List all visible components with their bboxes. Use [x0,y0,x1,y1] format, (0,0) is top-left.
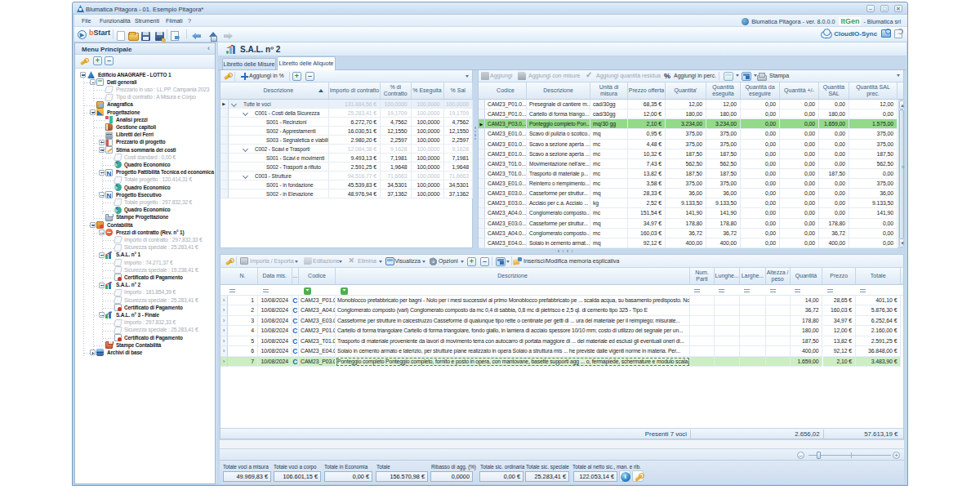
quantita-row[interactable]: CAM23_A04.0...Conglomerato composto...mc… [479,208,903,218]
column-header-n-[interactable]: N. [228,268,258,284]
quantita-row[interactable]: CAM23_T01.0...Trasporto di materiale p..… [479,169,903,179]
quantita-row[interactable]: CAM23_E01.0...Scavo di pulizia o scotico… [479,129,903,139]
aliquote-row[interactable]: S001 - in fondazione45.539,83 €34,530110… [220,180,472,189]
tree-collapse-icon[interactable] [80,72,86,78]
dropdown-icon[interactable] [379,261,382,263]
column-header-codice[interactable]: Codice [299,268,336,284]
toolbar-button[interactable] [155,29,166,39]
vertical-scrollbar[interactable]: ▲▼ [898,100,905,248]
tools-orange-icon[interactable] [632,470,644,482]
wrench-icon[interactable] [225,257,234,266]
aliquote-row[interactable]: S002 - Trasporti a rifiuto2.591,25 €1,96… [220,163,472,172]
column-header-quantit-[interactable]: Quantitàeseguita [706,82,741,99]
dropdown-icon[interactable] [422,261,425,263]
toolbar-button[interactable] [128,29,139,39]
grid-collapse-all-button[interactable]: – [480,257,489,266]
aliquote-row[interactable]: ▶Tutte le voci131.884,56 €100,0000100,00… [220,100,472,109]
aliquote-row[interactable]: C001 - Costi della Sicurezza25.283,41 €1… [220,109,472,118]
menu-item-[interactable]: ? [188,18,191,24]
aliquote-row[interactable]: C002 - Scavi e Trasporti12.084,38 €9,162… [220,145,472,154]
panel-splitter[interactable] [474,125,478,146]
maximize-button[interactable]: □ [880,5,889,12]
misure-row[interactable]: ›510/08/2024CCAM23_T01.0Trasporto di mat… [220,336,903,346]
id-card-icon[interactable] [881,29,891,38]
save-as-icon[interactable] [155,32,164,41]
scroll-down-icon[interactable]: ▼ [899,238,904,247]
minimize-button[interactable]: – [866,5,875,12]
close-button[interactable]: ✕ [894,5,902,12]
filter-equals-icon[interactable] [229,287,236,294]
misure-row[interactable]: ›610/08/2024CCAM23_E04.0Solaio in cement… [220,346,903,356]
aliquote-row[interactable]: S001 - Scavi e movimenti9.493,13 €7,1981… [220,154,472,163]
quantita-row[interactable]: CAM23_E03.0...Casseforme per struttur...… [479,189,903,198]
percent-icon[interactable]: % [664,72,672,80]
filter-equals-icon[interactable] [827,287,834,294]
quantita-row[interactable]: CAM23_A04.0...Conglomerato composto...mc… [479,229,903,238]
inserisci-modifica-memoria-esplicativa-icon[interactable] [513,257,522,265]
dropdown-icon[interactable] [339,261,342,263]
quantita-row[interactable]: CAM23_E01.0...Scavo a sezione aperta ...… [479,149,903,159]
toolbar-button[interactable] [192,29,203,39]
misure-row[interactable]: ›210/08/2024CCAM23_A04.0Conglomerato com… [220,305,903,315]
horizontal-splitter[interactable] [556,250,574,253]
scroll-up-icon[interactable]: ▲ [899,100,904,109]
tab-libretto-delle-misure[interactable]: Libretto delle Misure [222,58,276,70]
misure-row[interactable]: ›110/08/2024CCAM23_P01.0Monoblocco prefa… [220,296,903,305]
quantita-row[interactable]: CAM23_P01.0...Presegnale di cantiere m..… [479,100,903,109]
columns-dropdown-icon[interactable] [754,74,757,77]
wrench-icon[interactable] [223,72,232,81]
opzioni-icon[interactable] [429,257,438,266]
toolbar-button[interactable] [171,29,181,39]
back-icon[interactable] [192,32,203,41]
filter-equals-icon[interactable] [860,287,866,294]
misure-row[interactable]: ›310/08/2024CCAM23_E03.0Casseforme per s… [220,316,903,326]
quantita-row[interactable]: CAM23_T01.0...Movimentazione nell'are...… [479,159,903,169]
column-header-quantit-[interactable]: QuantitàSAL [819,82,849,99]
filter-equals-icon[interactable] [719,287,725,294]
quantita-row[interactable]: CAM23_E04.0...Solaio in cemento armat...… [479,238,903,248]
save-icon[interactable] [141,32,150,41]
menu-item-funzionalit[interactable]: Funzionalità [100,18,131,24]
toolbar-overflow-icon[interactable] [897,74,900,77]
filter-funnel-icon[interactable] [341,287,348,295]
column-header-quantit-[interactable]: Quantità [791,268,823,284]
menu-item-file[interactable]: File [82,18,91,24]
columns-button-icon[interactable] [496,257,506,266]
add-plus-icon[interactable] [241,73,248,80]
column-header-descrizione[interactable]: Descrizione [229,82,330,99]
visualizza-icon[interactable] [385,257,394,265]
column-header--[interactable]: ... [292,268,300,284]
filter-equals-icon[interactable] [770,287,777,294]
zoom-in-button[interactable]: + [893,452,900,459]
grid-collapse-all-button[interactable]: – [305,72,314,81]
columns-button-icon[interactable] [742,72,751,81]
wrench-icon[interactable] [79,57,88,66]
menu-item-strumenti[interactable]: Strumenti [135,18,159,24]
aliquote-row[interactable]: S003 - Segnaletica e viabilità2.980,20 €… [220,136,472,145]
columns-dropdown-icon[interactable] [506,261,510,263]
filter-funnel-icon[interactable] [304,287,311,295]
zoom-slider-track[interactable] [808,455,891,456]
toolbar-button[interactable] [223,29,234,39]
misure-row[interactable]: ›410/08/2024CCAM23_P01.0Cartello di form… [220,326,903,336]
row-collapse-icon[interactable] [243,146,248,151]
toolbar-button[interactable] [117,29,127,39]
layout-button-icon[interactable] [724,72,733,81]
aggiungi-in-perc--button[interactable]: Aggiungi in perc. [674,73,716,78]
new-document-icon[interactable] [117,31,125,41]
column-header-descrizione[interactable]: Descrizione [336,268,690,284]
bstart-button[interactable]: ▶bStart [78,29,110,40]
row-collapse-icon[interactable] [243,110,248,115]
column-header-num-[interactable]: Num.Parti [690,268,715,284]
column-header-codice[interactable]: Codice [485,82,527,99]
quantita-row[interactable]: CAM23_E01.0...Reinterro o riempimento...… [479,179,903,189]
scroll-thumb[interactable] [899,109,904,239]
toolbar-overflow-icon[interactable] [466,75,469,78]
printer-icon[interactable] [756,72,766,81]
quantita-row[interactable]: CAM23_E03.0...Acciaio per c.a. Acciaio .… [479,198,903,208]
add-in-percent-button[interactable]: Aggiungi in % [249,73,284,78]
grid-expand-all-button[interactable]: + [467,257,476,266]
column-header-prezzo[interactable]: Prezzo [823,268,857,284]
grid-expand-all-button[interactable]: + [292,72,301,81]
quantita-row[interactable]: CAM23_P01.0...Cartello di forma triango.… [479,109,903,119]
